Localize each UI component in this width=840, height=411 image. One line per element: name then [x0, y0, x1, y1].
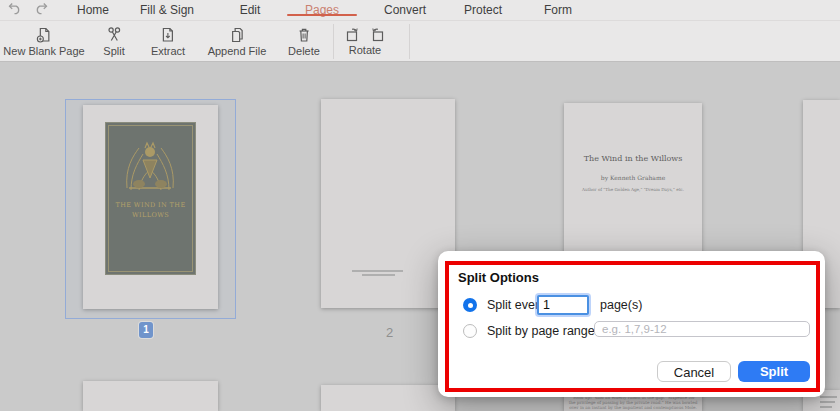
- page-thumbnail-6[interactable]: [321, 385, 455, 411]
- page8-text-fragment: [820, 396, 837, 398]
- toolbar-divider: [333, 24, 334, 59]
- tab-protect[interactable]: Protect: [464, 0, 502, 20]
- book-cover: THE WIND IN THE WILLOWS: [105, 122, 196, 275]
- split-by-range-radio[interactable]: [463, 324, 477, 338]
- append-file-label: Append File: [208, 45, 267, 57]
- split-by-range-input[interactable]: [594, 321, 810, 337]
- redo-icon[interactable]: [34, 2, 48, 15]
- split-scissors-icon: [106, 26, 122, 44]
- split-every-input[interactable]: [537, 295, 589, 315]
- pages-toolbar: New Blank Page Split Extract Append File: [0, 20, 840, 62]
- append-file-icon: [229, 26, 246, 44]
- top-tab-bar: Home Fill & Sign Edit Pages Convert Prot…: [0, 0, 840, 20]
- split-by-range-label: Split by page range: [487, 324, 595, 338]
- tab-convert[interactable]: Convert: [384, 0, 426, 20]
- split-label: Split: [103, 45, 124, 57]
- title-page-byline: by Kenneth Grahame: [564, 174, 702, 181]
- delete-trash-icon: [296, 26, 312, 44]
- new-blank-page-label: New Blank Page: [3, 45, 84, 57]
- page8-text-fragment: [820, 401, 835, 403]
- cover-title-line2: WILLOWS: [105, 211, 196, 220]
- split-every-suffix: page(s): [600, 298, 642, 312]
- cover-title-line1: THE WIND IN THE: [105, 201, 196, 210]
- body-text-line: over in an instant by the impatient and …: [564, 406, 702, 411]
- extract-label: Extract: [151, 45, 185, 57]
- page2-caption-line: [352, 270, 403, 272]
- tab-fill-sign[interactable]: Fill & Sign: [140, 0, 194, 20]
- split-every-radio[interactable]: [463, 298, 477, 312]
- book-cover-emblem-icon: [117, 138, 183, 198]
- new-blank-page-button[interactable]: New Blank Page: [3, 21, 84, 57]
- dialog-title: Split Options: [458, 270, 539, 285]
- title-page-title: The Wind in the Willows: [564, 154, 702, 163]
- new-blank-page-icon: [35, 26, 52, 44]
- tab-pages[interactable]: Pages: [305, 0, 339, 20]
- split-button[interactable]: Split: [103, 21, 124, 57]
- rotate-label: Rotate: [345, 44, 386, 56]
- page-thumbnail-5[interactable]: [83, 381, 218, 411]
- page-thumbnail-2[interactable]: [321, 99, 455, 308]
- split-confirm-button[interactable]: Split: [738, 361, 810, 382]
- delete-label: Delete: [288, 45, 320, 57]
- rotate-button[interactable]: Rotate: [345, 21, 386, 56]
- undo-icon[interactable]: [8, 2, 22, 15]
- cancel-button[interactable]: Cancel: [657, 361, 731, 382]
- rotate-right-icon[interactable]: [345, 26, 361, 43]
- tab-form[interactable]: Form: [544, 0, 572, 20]
- page2-number: 2: [386, 325, 393, 340]
- page-thumbnail-1[interactable]: THE WIND IN THE WILLOWS: [83, 105, 218, 309]
- title-page-credit: Author of "The Golden Age," "Dream Days,…: [564, 187, 702, 192]
- page1-number-badge: 1: [139, 322, 153, 338]
- extract-button[interactable]: Extract: [151, 21, 185, 57]
- toolbar-divider: [409, 24, 410, 59]
- rotate-left-icon[interactable]: [370, 26, 386, 43]
- tab-edit[interactable]: Edit: [240, 0, 261, 20]
- append-file-button[interactable]: Append File: [208, 21, 267, 57]
- extract-icon: [160, 26, 176, 44]
- page8-text-fragment: [820, 406, 832, 408]
- delete-button[interactable]: Delete: [288, 21, 320, 57]
- page2-caption-line: [362, 274, 395, 276]
- split-options-dialog: Split Options Split every page(s) Split …: [438, 251, 825, 397]
- tab-home[interactable]: Home: [77, 0, 109, 20]
